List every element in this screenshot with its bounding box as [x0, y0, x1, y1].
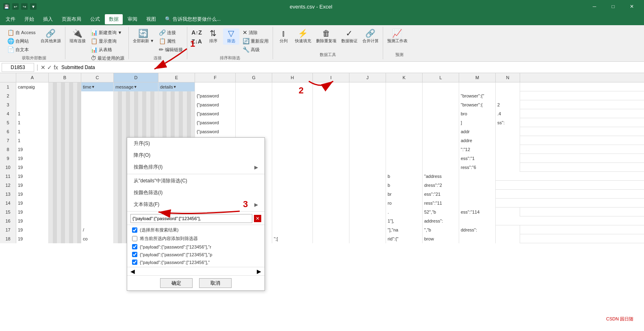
ribbon-btn-remove-dup[interactable]: 🗑 删除重复项 [314, 28, 338, 45]
ribbon-btn-sort-za[interactable]: Z↓A [190, 37, 204, 45]
table-cell[interactable] [81, 109, 114, 118]
menu-help[interactable]: 🔍 告诉我您想要做什么... [161, 14, 225, 24]
col-header-n[interactable]: N [496, 73, 520, 82]
table-cell[interactable] [49, 208, 81, 216]
formula-confirm-icon[interactable]: ✓ [47, 64, 52, 71]
formula-cancel-icon[interactable]: ✕ [41, 64, 46, 71]
col-header-m[interactable]: M [459, 73, 496, 82]
table-cell[interactable] [349, 234, 386, 243]
table-cell[interactable]: "browser":{" [459, 91, 496, 100]
menu-view[interactable]: 视图 [142, 14, 160, 24]
table-cell[interactable] [459, 199, 496, 208]
table-cell[interactable]: 19 [16, 181, 49, 190]
ribbon-btn-refresh-all[interactable]: 🔄 全部刷新 ▼ [131, 28, 156, 45]
table-cell[interactable]: campaig [16, 82, 49, 91]
maximize-btn[interactable]: □ [604, 0, 622, 13]
table-cell[interactable] [158, 100, 195, 109]
table-cell[interactable] [349, 190, 386, 199]
table-cell[interactable] [49, 190, 81, 199]
table-cell[interactable] [114, 100, 158, 109]
table-cell[interactable] [423, 154, 459, 163]
table-cell[interactable]: {"password [195, 127, 236, 136]
table-cell[interactable] [349, 199, 386, 208]
table-cell[interactable] [313, 82, 349, 91]
table-cell[interactable] [81, 216, 114, 225]
table-cell[interactable] [114, 109, 158, 118]
table-cell[interactable] [49, 100, 81, 109]
table-cell[interactable] [16, 91, 49, 100]
table-cell[interactable] [313, 91, 349, 100]
filter-dropdown-menu[interactable]: 升序(S) 降序(O) 按颜色排序(I)▶ 从"details"中清除筛选(C)… [127, 137, 265, 291]
undo-icon[interactable]: ↩ [12, 3, 19, 10]
table-cell[interactable] [349, 225, 386, 234]
table-cell[interactable] [313, 163, 349, 172]
ribbon-btn-fill[interactable]: ⚡ 快速填充 [293, 28, 313, 45]
col-header-k[interactable]: K [386, 73, 423, 82]
table-cell[interactable] [114, 118, 158, 127]
table-cell[interactable] [272, 216, 313, 225]
col-header-e[interactable]: E [158, 73, 195, 82]
table-cell[interactable] [459, 172, 496, 181]
table-cell[interactable] [114, 91, 158, 100]
ribbon-btn-from-table[interactable]: 📊 从表格 [89, 45, 126, 54]
table-cell[interactable] [349, 136, 386, 145]
table-cell[interactable] [349, 145, 386, 154]
col-header-b[interactable]: B [49, 73, 81, 82]
table-cell[interactable] [81, 91, 114, 100]
col-header-c[interactable]: C [81, 73, 114, 82]
filter-search-input[interactable] [130, 214, 252, 223]
ribbon-btn-reapply[interactable]: 🔄 重新应用 [241, 37, 270, 45]
ribbon-btn-website[interactable]: 🌐 自网站 [6, 37, 37, 45]
table-cell[interactable] [272, 82, 313, 91]
table-cell[interactable] [49, 163, 81, 172]
table-cell[interactable] [272, 154, 313, 163]
table-cell[interactable] [272, 145, 313, 154]
table-cell[interactable] [423, 136, 459, 145]
table-cell[interactable] [423, 118, 459, 127]
table-cell[interactable] [272, 136, 313, 145]
table-cell[interactable] [349, 181, 386, 190]
table-cell[interactable]: "],"na [386, 225, 423, 234]
table-cell[interactable] [349, 163, 386, 172]
table-cell[interactable]: {"password [195, 118, 236, 127]
filter-search-clear-btn[interactable]: ✕ [254, 215, 261, 222]
ribbon-btn-text[interactable]: 📄 自文本 [6, 45, 37, 54]
table-cell[interactable]: "address [423, 172, 459, 181]
table-cell[interactable] [272, 172, 313, 181]
table-cell[interactable] [423, 163, 459, 172]
filter-list-item-2[interactable]: {"payload":{"password":["123456"],"p [127, 251, 265, 258]
table-cell[interactable] [81, 136, 114, 145]
table-cell[interactable] [49, 225, 81, 234]
table-cell[interactable] [272, 91, 313, 100]
table-cell[interactable] [349, 154, 386, 163]
table-cell[interactable] [49, 136, 81, 145]
table-cell[interactable] [313, 208, 349, 216]
table-cell[interactable] [386, 118, 423, 127]
table-cell[interactable]: ess":"114 [459, 208, 496, 216]
table-cell[interactable] [272, 225, 313, 234]
table-cell[interactable]: ] [459, 118, 496, 127]
table-cell[interactable] [496, 163, 520, 172]
menu-page-layout[interactable]: 页面布局 [58, 14, 85, 24]
table-cell[interactable] [49, 118, 81, 127]
table-cell[interactable] [496, 145, 520, 154]
ribbon-btn-advanced[interactable]: 🔧 高级 [241, 45, 270, 54]
table-cell[interactable] [496, 225, 520, 234]
table-cell[interactable]: ress":"6 [459, 163, 496, 172]
table-cell[interactable]: {"password [195, 100, 236, 109]
table-cell[interactable] [236, 118, 272, 127]
table-cell[interactable]: 19 [16, 172, 49, 181]
filter-scroll-left[interactable]: ◀ [130, 268, 135, 275]
table-cell[interactable] [313, 199, 349, 208]
table-cell[interactable]: addre [459, 136, 496, 145]
table-cell[interactable]: . [386, 208, 423, 216]
table-cell[interactable] [81, 163, 114, 172]
table-cell[interactable] [496, 127, 520, 136]
table-cell[interactable] [272, 163, 313, 172]
table-cell[interactable]: bro [459, 109, 496, 118]
filter-checkbox-2[interactable] [132, 252, 137, 257]
table-cell[interactable] [49, 109, 81, 118]
table-cell[interactable]: ";[ [272, 234, 313, 243]
ribbon-btn-sort-az[interactable]: A↑Z [190, 28, 204, 37]
table-cell[interactable] [496, 234, 520, 243]
